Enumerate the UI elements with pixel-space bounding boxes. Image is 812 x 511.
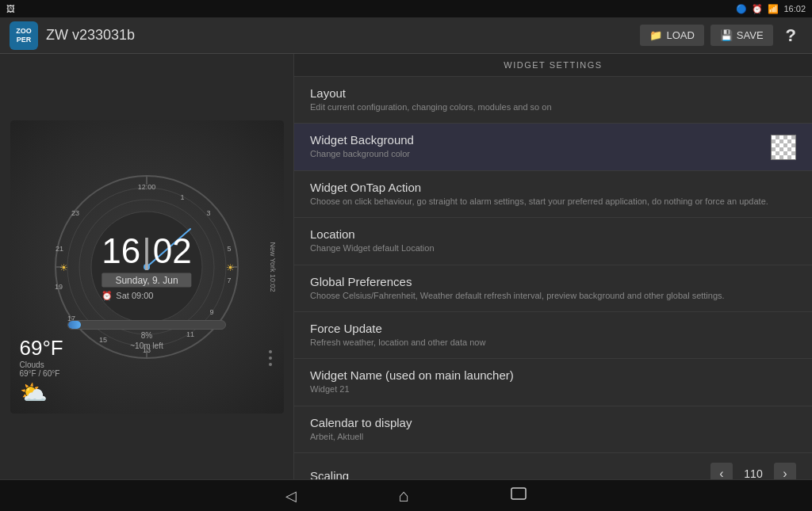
- navigation-bar: ◁ ⌂: [0, 479, 812, 511]
- svg-text:3: 3: [206, 209, 210, 217]
- bluetooth-icon: 🔵: [736, 4, 747, 14]
- svg-text:☀: ☀: [59, 262, 68, 273]
- battery-section: 8% ~10m left: [67, 320, 226, 350]
- status-time: 16:02: [783, 4, 806, 13]
- svg-rect-25: [511, 488, 526, 499]
- calendar-title: Calendar to display: [310, 416, 796, 429]
- ontap-desc: Choose on click behaviour, go straight t…: [310, 196, 796, 208]
- weather-description: Clouds: [20, 360, 63, 369]
- home-button[interactable]: ⌂: [395, 482, 412, 509]
- scale-prev-button[interactable]: ‹: [710, 463, 733, 479]
- widget-frame: 12:00 1 3 5 7 9 11 13 15 17 19 21: [10, 120, 284, 414]
- global-prefs-title: Global Preferences: [310, 275, 796, 288]
- clock-time: 16 | 02: [102, 233, 191, 268]
- scale-value: 110: [739, 467, 768, 479]
- back-button[interactable]: ◁: [282, 484, 300, 508]
- svg-text:12:00: 12:00: [138, 183, 156, 191]
- recents-button[interactable]: [508, 484, 530, 507]
- color-swatch[interactable]: [771, 135, 796, 160]
- settings-item-layout[interactable]: Layout Edit current configuration, chang…: [294, 77, 812, 124]
- svg-text:23: 23: [71, 209, 79, 217]
- save-button[interactable]: 💾 SAVE: [710, 25, 773, 46]
- decorative-dots: [269, 350, 272, 366]
- scaling-title: Scaling: [310, 469, 710, 479]
- settings-item-force-update[interactable]: Force Update Refresh weather, location a…: [294, 312, 812, 359]
- svg-text:☀: ☀: [226, 262, 235, 273]
- force-update-title: Force Update: [310, 322, 796, 335]
- app-title: ZW v233031b: [46, 27, 135, 44]
- svg-text:21: 21: [56, 245, 63, 253]
- load-button[interactable]: 📁 LOAD: [640, 25, 703, 46]
- alarm-icon: ⏰: [752, 4, 763, 14]
- widget-preview-panel: 12:00 1 3 5 7 9 11 13 15 17 19 21: [0, 54, 293, 479]
- settings-item-global-prefs[interactable]: Global Preferences Choose Celsius/Fahren…: [294, 265, 812, 312]
- battery-percent: 8%: [67, 331, 226, 340]
- location-label: New York 10:02: [269, 242, 277, 292]
- settings-item-location[interactable]: Location Change Widget default Location: [294, 218, 812, 265]
- layout-title: Layout: [310, 86, 796, 100]
- settings-item-scaling[interactable]: Scaling Widget Scaling Percentage ‹ 110 …: [294, 453, 812, 479]
- battery-bar: [67, 320, 226, 330]
- background-title: Widget Background: [310, 133, 771, 147]
- save-icon: 💾: [720, 29, 733, 41]
- settings-item-calendar[interactable]: Calendar to display Arbeit, Aktuell: [294, 406, 812, 453]
- ontap-title: Widget OnTap Action: [310, 181, 796, 194]
- widget-name-title: Widget Name (used on main launcher): [310, 368, 796, 382]
- clock-widget: 12:00 1 3 5 7 9 11 13 15 17 19 21: [10, 120, 284, 414]
- wifi-icon: 📶: [768, 4, 779, 14]
- location-desc: Change Widget default Location: [310, 242, 796, 254]
- svg-text:9: 9: [209, 308, 213, 316]
- widget-name-value: Widget 21: [310, 383, 796, 395]
- svg-text:7: 7: [227, 276, 231, 284]
- force-update-desc: Refresh weather, location and other data…: [310, 337, 796, 349]
- widget-settings-header: WIDGET SETTINGS: [294, 54, 812, 77]
- scale-next-button[interactable]: ›: [774, 463, 796, 479]
- clock-alarm: ⏰ Sat 09:00: [102, 290, 191, 300]
- help-button[interactable]: ?: [779, 22, 802, 49]
- notification-icon: 🖼: [6, 4, 15, 13]
- svg-text:1: 1: [180, 193, 184, 201]
- main-content: 12:00 1 3 5 7 9 11 13 15 17 19 21: [0, 54, 812, 479]
- title-bar-right: 📁 LOAD 💾 SAVE ?: [640, 22, 802, 49]
- scaling-controls: ‹ 110 › « »: [710, 463, 796, 479]
- location-title: Location: [310, 227, 796, 241]
- global-prefs-desc: Choose Celsius/Fahrenheit, Weather defau…: [310, 290, 796, 302]
- weather-section: 69°F Clouds 69°F / 60°F ⛅: [20, 336, 63, 406]
- clock-center: 16 | 02 Sunday, 9. Jun ⏰ Sat 09:00: [102, 233, 191, 300]
- battery-fill: [68, 321, 81, 329]
- clock-date: Sunday, 9. Jun: [102, 273, 191, 287]
- svg-text:5: 5: [227, 245, 231, 253]
- alarm-clock-icon: ⏰: [102, 290, 113, 300]
- status-bar-left: 🖼: [6, 4, 15, 13]
- settings-item-widget-name[interactable]: Widget Name (used on main launcher) Widg…: [294, 359, 812, 406]
- status-bar: 🖼 🔵 ⏰ 📶 16:02: [0, 0, 812, 17]
- weather-temperature: 69°F: [20, 336, 63, 360]
- settings-panel[interactable]: WIDGET SETTINGS Layout Edit current conf…: [293, 54, 812, 479]
- calendar-value: Arbeit, Aktuell: [310, 431, 796, 443]
- svg-text:19: 19: [55, 283, 63, 291]
- background-desc: Change background color: [310, 148, 771, 160]
- clock-hours: 16: [102, 233, 140, 268]
- folder-icon: 📁: [649, 29, 662, 41]
- status-bar-right: 🔵 ⏰ 📶 16:02: [736, 4, 806, 14]
- app-logo: ZOO PER: [10, 21, 38, 50]
- layout-desc: Edit current configuration, changing col…: [310, 101, 796, 113]
- title-bar-left: ZOO PER ZW v233031b: [10, 21, 135, 50]
- battery-time: ~10m left: [67, 341, 226, 350]
- clock-minutes: 02: [153, 233, 192, 268]
- weather-icon: ⛅: [20, 379, 63, 406]
- settings-item-background[interactable]: Widget Background Change background colo…: [294, 124, 812, 170]
- settings-item-ontap[interactable]: Widget OnTap Action Choose on click beha…: [294, 171, 812, 218]
- weather-detail: 69°F / 60°F: [20, 369, 63, 378]
- title-bar: ZOO PER ZW v233031b 📁 LOAD 💾 SAVE ?: [0, 17, 812, 54]
